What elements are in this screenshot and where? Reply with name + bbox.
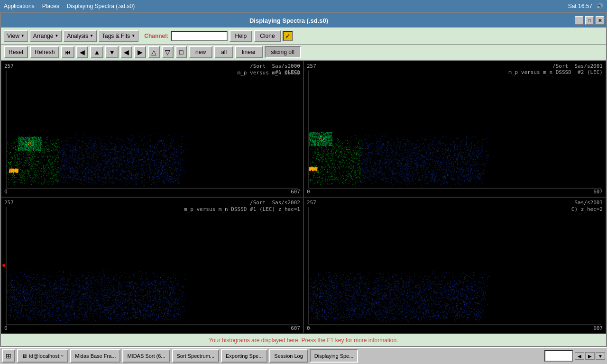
channel-input[interactable] <box>171 31 228 41</box>
taskbar-end-buttons: ◀ ▶ ▼ <box>575 352 605 360</box>
spectrum-grid: 257 /Sort Sas/s2000 #1 (LEC) m_p versus … <box>1 61 606 334</box>
status-bar: Your histograms are displayed here. Pres… <box>1 334 606 346</box>
panel4-axis-left: 0 <box>307 325 310 331</box>
taskbar-item-sort-spectrum[interactable]: Sort Spectrum... <box>172 349 219 363</box>
nav-right-button[interactable]: ▶ <box>134 46 146 58</box>
arrange-arrow-icon: ▼ <box>55 34 58 38</box>
taskbar-item-displaying[interactable]: Displaying Spe... <box>310 349 359 363</box>
spectrum-panel-4[interactable]: 257 Sas/s2003 C) z_hec=2 0 607 <box>304 197 606 334</box>
analysis-label: Analysis <box>67 33 88 39</box>
arrange-label: Arrange <box>33 33 54 39</box>
panel4-axis-right: 607 <box>593 325 603 331</box>
spectrum-canvas-3 <box>1 198 303 333</box>
checkbox[interactable]: ✓ <box>283 31 293 41</box>
spectrum-panel-1[interactable]: 257 /Sort Sas/s2000 #1 (LEC) m_p versus … <box>1 61 304 197</box>
toolbar2: Reset Refresh ⏮ ◀ ▲ ▼ ◀ ▶ △ ▽ □ new all … <box>1 45 606 61</box>
panel4-top-left-num: 257 <box>307 200 316 206</box>
panel1-subtitle: m_p versus m_n DSSSD <box>238 70 300 76</box>
spectrum-canvas-2 <box>304 61 606 197</box>
exporting-label: Exporting Spe... <box>226 353 263 359</box>
applications-menu[interactable]: Applications <box>4 3 35 9</box>
panel3-red-dot <box>2 264 5 267</box>
panel1-top-left-num: 257 <box>4 63 14 69</box>
title-bar-controls: _ □ ✕ <box>575 16 604 25</box>
analysis-menu[interactable]: Analysis ▼ <box>64 30 97 42</box>
panel2-axis-right: 607 <box>593 189 603 195</box>
view-arrow-icon: ▼ <box>21 34 25 38</box>
nav-expand-button[interactable]: △ <box>148 46 160 58</box>
spectrum-panel-3[interactable]: 257 /Sort Sas/s2002 m_p versus m_n DSSSD… <box>1 197 304 334</box>
panel2-axis-left: 0 <box>307 189 310 195</box>
tags-fits-label: Tags & Fits <box>102 33 130 39</box>
slicing-off-button[interactable]: slicing off <box>265 46 302 58</box>
nav-collapse-button[interactable]: ▽ <box>162 46 174 58</box>
taskbar-search-input[interactable] <box>544 350 573 362</box>
taskbar-item-midas-sort[interactable]: MIDAS Sort (6... <box>122 349 170 363</box>
panel3-axis-left: 0 <box>4 325 8 331</box>
taskbar-item-exporting[interactable]: Exporting Spe... <box>221 349 267 363</box>
help-button[interactable]: Help <box>230 30 253 42</box>
minimize-button[interactable]: _ <box>575 16 583 25</box>
title-bar: Displaying Spectra (.sd.s0) _ □ ✕ <box>1 13 606 27</box>
taskbar-item-midas-base[interactable]: Midas Base Fra... <box>70 349 120 363</box>
taskbar-btn-2[interactable]: ▶ <box>585 352 595 360</box>
taskbar-item-terminal[interactable]: 🖥 td@localhost:~ <box>17 349 68 363</box>
panel3-top-left-num: 257 <box>4 200 14 206</box>
window-title-bar: Displaying Spectra (.sd.s0) <box>67 3 135 9</box>
panel2-top-left-num: 257 <box>307 63 316 69</box>
refresh-button[interactable]: Refresh <box>30 46 59 58</box>
desktop-button[interactable]: ⊞ <box>2 349 15 363</box>
midas-base-label: Midas Base Fra... <box>75 353 116 359</box>
view-menu[interactable]: View ▼ <box>4 30 28 42</box>
taskbar: ⊞ 🖥 td@localhost:~ Midas Base Fra... MID… <box>0 347 607 364</box>
clone-button[interactable]: Clone <box>254 30 280 42</box>
system-bar-left: Applications Places Displaying Spectra (… <box>4 3 135 9</box>
volume-icon[interactable]: 🔊 <box>596 3 603 9</box>
panel3-axis-right: 607 <box>291 325 300 331</box>
panel4-top-right: Sas/s2003 <box>574 200 603 206</box>
new-button[interactable]: new <box>189 46 212 58</box>
sort-spectrum-label: Sort Spectrum... <box>177 353 214 359</box>
tags-fits-arrow-icon: ▼ <box>131 34 135 38</box>
taskbar-btn-1[interactable]: ◀ <box>575 352 584 360</box>
nav-first-button[interactable]: ⏮ <box>61 46 74 58</box>
panel1-axis-left: 0 <box>4 189 8 195</box>
reset-button[interactable]: Reset <box>4 46 28 58</box>
nav-square-button[interactable]: □ <box>175 46 187 58</box>
all-button[interactable]: all <box>214 46 233 58</box>
spectrum-panel-2[interactable]: 257 /Sort Sas/s2001m_p versus m_n DSSSD … <box>304 61 606 197</box>
terminal-icon: 🖥 <box>22 353 27 359</box>
nav-left-button[interactable]: ◀ <box>120 46 132 58</box>
tags-fits-menu[interactable]: Tags & Fits ▼ <box>99 30 138 42</box>
nav-up-button[interactable]: ▲ <box>90 46 103 58</box>
view-label: View <box>7 33 19 39</box>
terminal-label: td@localhost:~ <box>29 353 64 359</box>
displaying-label: Displaying Spe... <box>314 353 354 359</box>
panel3-subtitle: m_p versus m_n DSSSD #1 (LEC) z_hec=1 <box>184 206 300 212</box>
status-message: Your histograms are displayed here. Pres… <box>209 337 398 344</box>
system-bar: Applications Places Displaying Spectra (… <box>0 0 607 12</box>
title-bar-title: Displaying Spectra (.sd.s0) <box>3 17 575 24</box>
time-display: Sat 16:57 <box>568 3 592 9</box>
maximize-button[interactable]: □ <box>585 16 594 25</box>
panel3-top-right: /Sort Sas/s2002 <box>250 200 300 206</box>
analysis-arrow-icon: ▼ <box>90 34 93 38</box>
panel2-top-right: /Sort Sas/s2001m_p versus m_n DSSSD #2 (… <box>508 63 603 75</box>
main-window: Displaying Spectra (.sd.s0) _ □ ✕ View ▼… <box>0 12 607 347</box>
system-bar-right: Sat 16:57 🔊 <box>568 3 603 9</box>
nav-down-button[interactable]: ▼ <box>105 46 119 58</box>
session-log-label: Session Log <box>274 353 303 359</box>
linear-button[interactable]: linear <box>235 46 262 58</box>
places-menu[interactable]: Places <box>42 3 59 9</box>
panel4-subtitle: C) z_hec=2 <box>571 206 603 212</box>
taskbar-btn-3[interactable]: ▼ <box>596 352 605 360</box>
taskbar-item-session-log[interactable]: Session Log <box>269 349 308 363</box>
spectrum-canvas-4 <box>304 198 606 333</box>
midas-sort-label: MIDAS Sort (6... <box>127 353 165 359</box>
nav-prev-button[interactable]: ◀ <box>76 46 88 58</box>
spectrum-canvas-1 <box>1 61 303 197</box>
close-button[interactable]: ✕ <box>596 16 604 25</box>
panel1-axis-right: 607 <box>291 189 300 195</box>
arrange-menu[interactable]: Arrange ▼ <box>30 30 62 42</box>
channel-label: Channel: <box>144 33 168 39</box>
